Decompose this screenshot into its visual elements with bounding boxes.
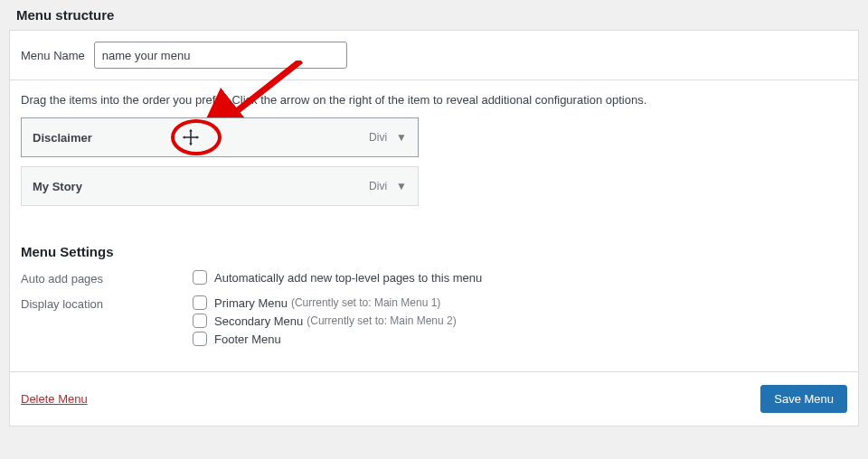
delete-menu-link[interactable]: Delete Menu	[21, 392, 88, 406]
option-primary-menu[interactable]: Primary Menu (Currently set to: Main Men…	[193, 295, 847, 310]
menu-item-type: Divi	[369, 131, 387, 144]
section-title: Menu structure	[16, 7, 852, 23]
menu-item-title: Disclaimer	[33, 131, 92, 145]
menu-settings-heading: Menu Settings	[21, 244, 847, 259]
settings-label: Auto add pages	[21, 270, 193, 286]
option-text: Footer Menu	[214, 333, 281, 346]
checkbox-footer-menu[interactable]	[193, 332, 207, 346]
menu-item-type: Divi	[369, 180, 387, 192]
option-auto-add-pages[interactable]: Automatically add new top-level pages to…	[193, 270, 847, 285]
checkbox-secondary-menu[interactable]	[193, 314, 207, 328]
option-secondary-menu[interactable]: Secondary Menu (Currently set to: Main M…	[193, 314, 847, 328]
menu-item-disclaimer[interactable]: Disclaimer Divi	[21, 117, 419, 157]
option-subtext: (Currently set to: Main Menu 1)	[291, 296, 440, 309]
menu-panel: Menu Name Drag the items into the order …	[9, 30, 859, 426]
section-header: Menu structure	[0, 0, 868, 30]
menu-name-label: Menu Name	[21, 49, 85, 62]
option-footer-menu[interactable]: Footer Menu	[193, 332, 847, 346]
settings-label: Display location	[21, 295, 193, 311]
menu-settings: Menu Settings Auto add pages Automatical…	[10, 226, 858, 371]
panel-footer: Delete Menu Save Menu	[10, 371, 858, 426]
menu-items-list: Disclaimer Divi	[10, 117, 858, 226]
checkbox-primary-menu[interactable]	[193, 295, 207, 310]
menu-name-input[interactable]	[94, 42, 347, 69]
save-menu-button[interactable]: Save Menu	[760, 385, 847, 413]
menu-name-row: Menu Name	[10, 31, 858, 80]
checkbox-auto-add-pages[interactable]	[193, 270, 207, 285]
chevron-down-icon[interactable]: ▼	[396, 180, 407, 192]
chevron-down-icon[interactable]: ▼	[396, 131, 407, 144]
settings-row-display-location: Display location Primary Menu (Currently…	[21, 295, 847, 350]
settings-row-auto-add: Auto add pages Automatically add new top…	[21, 270, 847, 288]
option-text: Primary Menu	[214, 296, 288, 310]
menu-item-my-story[interactable]: My Story Divi ▼	[21, 166, 419, 206]
move-cursor-icon	[181, 127, 201, 147]
option-text: Automatically add new top-level pages to…	[214, 271, 482, 285]
menu-item-title: My Story	[33, 180, 82, 193]
option-text: Secondary Menu	[214, 314, 303, 328]
option-subtext: (Currently set to: Main Menu 2)	[307, 314, 456, 327]
instructions-text: Drag the items into the order you prefer…	[10, 80, 858, 117]
